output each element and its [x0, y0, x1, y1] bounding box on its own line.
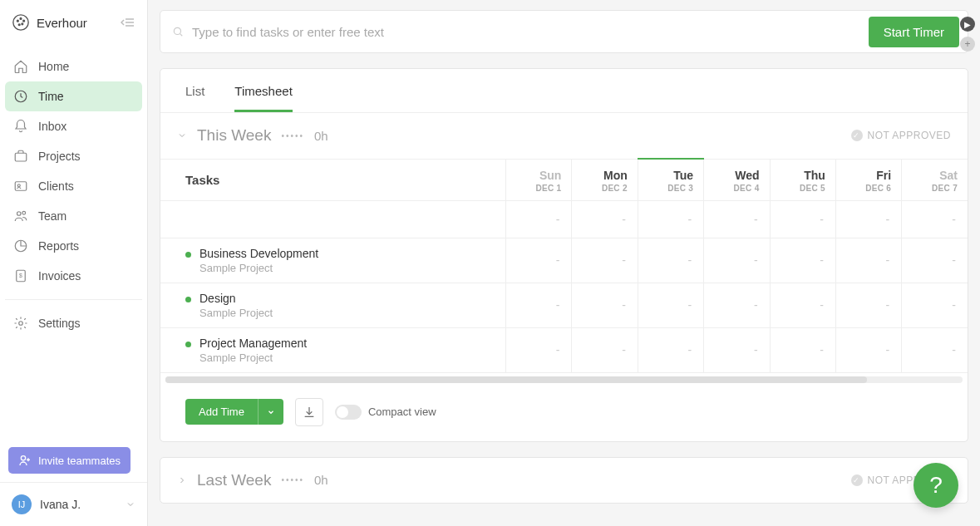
time-cell[interactable]: -: [835, 200, 901, 238]
week-hours: 0h: [314, 473, 328, 487]
timesheet-table: Tasks Sun DEC 1 Mon DEC 2 Tue DEC 3: [160, 158, 968, 373]
invite-label: Invite teammates: [38, 455, 121, 467]
time-cell[interactable]: -: [506, 327, 572, 372]
approval-status: ✓ NOT APPROVED: [851, 130, 951, 141]
week-title: Last Week: [197, 471, 271, 489]
time-cell[interactable]: -: [770, 238, 835, 283]
time-cell[interactable]: -: [506, 200, 572, 238]
day-head-tue[interactable]: Tue DEC 3: [638, 159, 703, 200]
download-button[interactable]: [295, 398, 323, 426]
help-fab[interactable]: ?: [914, 463, 958, 508]
time-cell[interactable]: -: [506, 238, 572, 283]
svg-point-12: [17, 184, 20, 187]
collapse-week-icon[interactable]: [177, 130, 187, 140]
task-project: Sample Project: [199, 307, 273, 319]
time-cell[interactable]: -: [506, 283, 572, 327]
svg-line-23: [180, 33, 182, 36]
day-head-mon[interactable]: Mon DEC 2: [572, 159, 638, 200]
brand: Everhour: [0, 0, 147, 40]
sidebar-item-label: Team: [38, 209, 66, 223]
add-time-dropdown[interactable]: [258, 399, 283, 425]
compact-view-row: Compact view: [335, 405, 436, 420]
svg-point-1: [17, 20, 18, 22]
chevron-down-icon: [126, 499, 135, 509]
task-name[interactable]: Business Development: [199, 247, 318, 260]
day-head-sun[interactable]: Sun DEC 1: [506, 159, 572, 200]
time-cell[interactable]: -: [638, 283, 703, 327]
day-head-thu[interactable]: Thu DEC 5: [770, 159, 835, 200]
time-cell[interactable]: -: [704, 327, 770, 372]
time-cell[interactable]: -: [704, 238, 770, 283]
download-icon: [303, 406, 316, 419]
time-cell[interactable]: -: [770, 327, 835, 372]
search-icon: [172, 26, 184, 37]
svg-point-22: [174, 27, 180, 34]
time-cell[interactable]: -: [572, 238, 638, 283]
time-cell[interactable]: -: [902, 327, 968, 372]
expand-week-icon[interactable]: [177, 475, 187, 485]
time-cell[interactable]: -: [572, 327, 638, 372]
time-cell[interactable]: -: [572, 283, 638, 327]
compact-view-toggle[interactable]: [335, 405, 362, 420]
time-cell[interactable]: -: [835, 238, 901, 283]
day-head-sat[interactable]: Sat DEC 7: [902, 159, 968, 200]
week-menu-icon[interactable]: •••••: [281, 475, 304, 484]
week-header-last: Last Week ••••• 0h ✓ NOT APPROVED: [160, 458, 968, 503]
start-timer-button[interactable]: Start Timer: [869, 17, 959, 47]
horizontal-scrollbar[interactable]: [165, 376, 963, 383]
collapse-sidebar-icon[interactable]: [121, 17, 135, 28]
task-name[interactable]: Project Management: [199, 337, 307, 350]
time-cell[interactable]: -: [835, 283, 901, 327]
extension-add-icon[interactable]: +: [960, 37, 975, 52]
extension-play-icon[interactable]: ▶: [960, 17, 975, 32]
status-dot-icon: [185, 297, 191, 302]
svg-point-14: [22, 211, 26, 214]
svg-point-13: [17, 212, 22, 216]
time-cell[interactable]: -: [770, 283, 835, 327]
invite-teammates-button[interactable]: Invite teammates: [8, 447, 131, 474]
day-head-wed[interactable]: Wed DEC 4: [704, 159, 770, 200]
status-dot-icon: [185, 342, 191, 347]
week-hours: 0h: [314, 129, 328, 143]
time-cell[interactable]: -: [704, 283, 770, 327]
sidebar-item-projects[interactable]: Projects: [5, 141, 142, 171]
briefcase-icon: [13, 149, 28, 164]
svg-point-2: [23, 20, 25, 22]
svg-rect-10: [15, 153, 27, 161]
tab-list[interactable]: List: [185, 69, 204, 112]
day-head-fri[interactable]: Fri DEC 6: [835, 159, 901, 200]
search-input[interactable]: [192, 25, 860, 39]
time-cell[interactable]: -: [835, 327, 901, 372]
time-cell[interactable]: -: [638, 238, 703, 283]
week-menu-icon[interactable]: •••••: [281, 131, 304, 140]
svg-text:$: $: [19, 273, 22, 278]
task-name[interactable]: Design: [199, 292, 273, 305]
svg-point-5: [20, 18, 22, 20]
time-cell[interactable]: -: [770, 200, 835, 238]
time-cell[interactable]: -: [902, 200, 968, 238]
sidebar-item-settings[interactable]: Settings: [5, 308, 142, 338]
id-card-icon: [13, 179, 28, 194]
sidebar-item-inbox[interactable]: Inbox: [5, 111, 142, 141]
sidebar-item-reports[interactable]: Reports: [5, 231, 142, 261]
user-plus-icon: [18, 454, 32, 467]
sidebar-item-team[interactable]: Team: [5, 201, 142, 231]
scrollbar-thumb[interactable]: [165, 376, 867, 383]
top-bar: Start Timer: [160, 10, 968, 53]
sidebar-item-clients[interactable]: Clients: [5, 171, 142, 201]
time-cell[interactable]: -: [902, 283, 968, 327]
sidebar-item-invoices[interactable]: $ Invoices: [5, 261, 142, 291]
sidebar-item-time[interactable]: Time: [5, 81, 142, 111]
task-project: Sample Project: [199, 351, 307, 364]
svg-point-19: [21, 456, 25, 460]
add-time-button[interactable]: Add Time: [185, 399, 258, 425]
time-cell[interactable]: -: [572, 200, 638, 238]
time-cell[interactable]: -: [704, 200, 770, 238]
time-cell[interactable]: -: [638, 200, 703, 238]
user-menu[interactable]: IJ Ivana J.: [0, 482, 147, 526]
sidebar-item-home[interactable]: Home: [5, 52, 142, 81]
time-cell[interactable]: -: [638, 327, 703, 372]
pie-chart-icon: [13, 238, 28, 253]
time-cell[interactable]: -: [902, 238, 968, 283]
tab-timesheet[interactable]: Timesheet: [234, 69, 292, 112]
